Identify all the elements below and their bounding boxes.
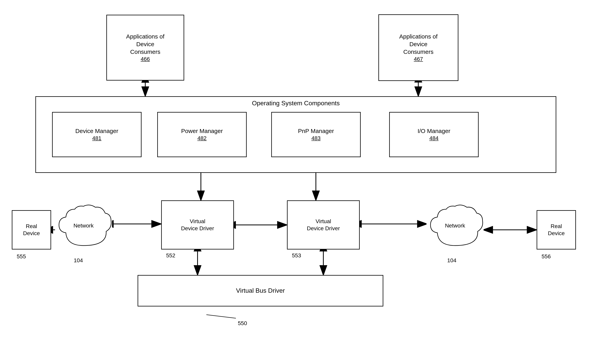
vdd-553-label: VirtualDevice Driver [307, 218, 340, 232]
real-device-left-box: RealDevice [12, 210, 51, 250]
svg-text:Network: Network [445, 223, 466, 229]
svg-text:Network: Network [73, 223, 94, 229]
ref-104-right: 104 [447, 257, 456, 264]
power-manager-ref: 482 [197, 135, 207, 142]
power-manager-label: Power Manager [181, 127, 223, 135]
power-manager-box: Power Manager 482 [157, 112, 247, 157]
virtual-bus-driver-box: Virtual Bus Driver [138, 275, 383, 307]
real-device-right-box: RealDevice [537, 210, 576, 250]
real-device-right-label: RealDevice [548, 223, 565, 237]
pnp-manager-ref: 483 [311, 135, 321, 142]
ref-104-left: 104 [74, 257, 83, 264]
app466-label: Applications of Device Consumers [126, 33, 164, 56]
cloud-left-svg: Network [55, 202, 112, 253]
pnp-manager-box: PnP Manager 483 [271, 112, 361, 157]
svg-line-15 [206, 315, 236, 318]
ref-552: 552 [166, 252, 175, 259]
network-left-cloud: Network [55, 202, 112, 253]
vdd-552-box: VirtualDevice Driver [161, 200, 234, 250]
os-label: Operating System Components [36, 100, 556, 107]
network-right-cloud: Network [426, 202, 483, 253]
ref-555: 555 [17, 253, 26, 260]
arrows-svg [0, 0, 595, 364]
ref-550: 550 [238, 320, 247, 327]
app467-label: Applications of Device Consumers [399, 33, 438, 56]
app466-box: Applications of Device Consumers 466 [106, 15, 184, 81]
pnp-manager-label: PnP Manager [298, 127, 334, 135]
virtual-bus-driver-label: Virtual Bus Driver [236, 287, 285, 295]
app466-ref: 466 [141, 56, 150, 63]
io-manager-box: I/O Manager 484 [389, 112, 479, 157]
cloud-right-svg: Network [426, 202, 483, 253]
real-device-left-label: RealDevice [23, 223, 40, 237]
vdd-552-label: VirtualDevice Driver [181, 218, 214, 232]
vdd-553-box: VirtualDevice Driver [287, 200, 360, 250]
device-manager-label: Device Manager [75, 127, 118, 135]
device-manager-ref: 481 [92, 135, 101, 142]
app467-ref: 467 [414, 56, 423, 63]
io-manager-label: I/O Manager [418, 127, 450, 135]
io-manager-ref: 484 [429, 135, 439, 142]
ref-553: 553 [292, 252, 301, 259]
app467-box: Applications of Device Consumers 467 [378, 14, 458, 81]
diagram: Applications of Device Consumers 466 App… [0, 0, 595, 364]
ref-556: 556 [542, 253, 551, 260]
device-manager-box: Device Manager 481 [52, 112, 142, 157]
